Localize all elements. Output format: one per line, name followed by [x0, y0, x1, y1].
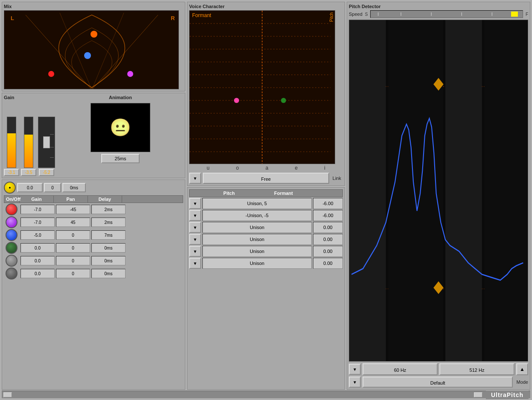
pf5-formant[interactable] [313, 246, 343, 257]
pf5-dropdown[interactable]: ▼ [189, 246, 201, 257]
scroll-thumb-left[interactable] [3, 392, 12, 397]
speed-f-label: F [526, 12, 528, 17]
scroll-area: UltraPitch [2, 391, 530, 398]
hz-dropdown-btn[interactable]: ▼ [349, 364, 361, 375]
pf1-dropdown[interactable]: ▼ [189, 198, 201, 209]
master-toggle-btn[interactable]: ● [4, 182, 16, 194]
pf-row-1: ▼ [189, 198, 343, 209]
delay-button[interactable]: 25ms [101, 154, 140, 163]
voice6-btn[interactable] [6, 268, 18, 279]
pitch-formant-section: Pitch Formant ▼ ▼ ▼ [187, 187, 345, 390]
voice-row-5 [4, 255, 183, 267]
voice4-delay[interactable] [91, 243, 126, 253]
voice3-btn[interactable] [6, 229, 18, 241]
pf4-formant[interactable] [313, 234, 343, 245]
voice1-btn[interactable] [6, 203, 18, 215]
mode-text: Mode [514, 379, 528, 385]
voice-controls-row: ● [4, 182, 183, 194]
master-delay-input[interactable] [62, 183, 86, 192]
fader3-container: — — — -5.2 [38, 117, 55, 176]
fader2[interactable] [24, 117, 33, 168]
voice3-gain[interactable] [20, 230, 55, 240]
voice2-pan[interactable] [56, 218, 90, 227]
svg-rect-33 [388, 20, 443, 361]
voice5-gain[interactable] [20, 256, 55, 265]
animation-display: 😐 [91, 103, 150, 152]
voice3-pan[interactable] [56, 230, 90, 240]
voice5-toggle[interactable] [4, 255, 19, 267]
master-pan-input[interactable] [44, 183, 61, 192]
voice5-delay[interactable] [91, 256, 126, 265]
fader3-value[interactable]: -5.2 [39, 169, 54, 176]
voice4-toggle[interactable] [4, 242, 19, 254]
svg-point-7 [84, 52, 91, 59]
pf5-pitch[interactable] [202, 246, 312, 257]
top-row: Mix L R [2, 2, 530, 390]
speed-slider[interactable] [370, 10, 523, 18]
mode-dropdown-btn[interactable]: ▼ [349, 376, 361, 388]
voice2-btn[interactable] [6, 216, 18, 228]
voice5-pan[interactable] [56, 256, 90, 265]
pf1-formant[interactable] [313, 198, 343, 209]
th-pan: Pan [54, 196, 88, 203]
pf3-pitch[interactable] [202, 222, 312, 233]
voice6-delay[interactable] [91, 269, 126, 278]
pf4-dropdown[interactable]: ▼ [189, 234, 201, 245]
fader1-fill [7, 133, 16, 168]
vc-mode-btn[interactable]: Free [203, 173, 329, 184]
svg-text:R: R [171, 15, 175, 21]
pf-header: Pitch Formant [189, 189, 343, 197]
svg-point-9 [127, 71, 133, 77]
voice-row-3 [4, 229, 183, 241]
fader1-value[interactable]: -3.1 [4, 169, 19, 176]
hz-high-btn[interactable]: 512 Hz [439, 363, 514, 375]
scroll-thumb-right[interactable] [474, 392, 482, 397]
voice6-gain[interactable] [20, 269, 55, 278]
voice4-btn[interactable] [6, 242, 18, 254]
fader2-value[interactable]: -3.5 [21, 169, 36, 176]
hz-low-btn[interactable]: 60 Hz [362, 363, 438, 375]
link-label: Link [331, 176, 343, 181]
pf6-pitch[interactable] [202, 258, 312, 269]
fader2-fill [24, 135, 33, 168]
pf3-formant[interactable] [313, 222, 343, 233]
pf6-dropdown[interactable]: ▼ [189, 258, 201, 269]
voice2-toggle[interactable] [4, 216, 19, 228]
voice2-gain[interactable] [20, 218, 55, 227]
voice1-delay[interactable] [91, 205, 126, 214]
voice2-delay[interactable] [91, 218, 126, 227]
pf3-dropdown[interactable]: ▼ [189, 222, 201, 233]
app-name: UltraPitch [486, 391, 529, 399]
fader3-thumb[interactable] [43, 136, 50, 148]
voice6-pan[interactable] [56, 269, 90, 278]
pf2-formant[interactable] [313, 210, 343, 221]
pf4-pitch[interactable] [202, 234, 312, 245]
speed-thumb[interactable] [511, 11, 518, 17]
voice3-delay[interactable] [91, 230, 126, 240]
voice1-pan[interactable] [56, 205, 90, 214]
fader3[interactable]: — — — [38, 117, 55, 168]
pf6-formant[interactable] [313, 258, 343, 269]
voice3-toggle[interactable] [4, 229, 19, 241]
default-btn[interactable]: Default [362, 376, 513, 388]
svg-rect-32 [349, 20, 386, 361]
fader1[interactable] [7, 117, 16, 168]
mode-section: ▼ Default Mode [349, 376, 528, 388]
voice1-toggle[interactable] [4, 203, 19, 215]
speed-row: Speed S F [349, 10, 528, 18]
vc-dropdown-btn[interactable]: ▼ [189, 173, 201, 184]
voice4-gain[interactable] [20, 243, 55, 253]
gain-anim-section: Gain -3.1 [2, 93, 185, 178]
pf-th-pitch: Pitch [190, 190, 269, 197]
pf-row-5: ▼ [189, 246, 343, 257]
voice6-toggle[interactable] [4, 268, 19, 279]
voice5-btn[interactable] [6, 255, 18, 267]
pf2-pitch[interactable] [202, 210, 312, 221]
voice1-gain[interactable] [20, 205, 55, 214]
main-container: Mix L R [0, 0, 532, 400]
voice4-pan[interactable] [56, 243, 90, 253]
hz-up-btn[interactable]: ▲ [516, 363, 528, 375]
pf1-pitch[interactable] [202, 198, 312, 209]
master-gain-input[interactable] [17, 183, 43, 192]
pf2-dropdown[interactable]: ▼ [189, 210, 201, 221]
